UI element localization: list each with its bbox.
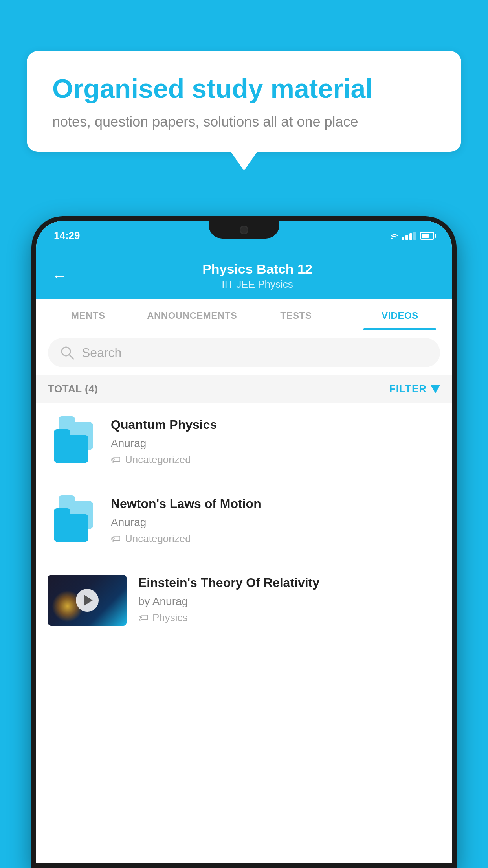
play-icon [84, 595, 93, 606]
tab-announcements[interactable]: ANNOUNCEMENTS [140, 299, 244, 330]
status-bar: 14:29 [36, 221, 452, 250]
folder-shape-front [54, 514, 88, 542]
tag-icon: 🏷 [111, 454, 121, 466]
battery-fill [422, 234, 429, 238]
status-icons [386, 232, 434, 240]
tag-label: Physics [152, 612, 188, 624]
folder-icon [54, 422, 93, 463]
svg-point-0 [391, 238, 393, 239]
notch-cutout [209, 221, 279, 239]
search-placeholder: Search [82, 346, 121, 360]
video-thumb-quantum [48, 417, 99, 468]
total-count: TOTAL (4) [48, 383, 98, 395]
search-bar[interactable]: Search [48, 338, 440, 367]
filter-bar: TOTAL (4) FILTER [36, 375, 452, 403]
tag-label: Uncategorized [125, 533, 191, 545]
video-author: Anurag [111, 516, 440, 529]
tag-icon: 🏷 [111, 533, 121, 545]
video-list: Quantum Physics Anurag 🏷 Uncategorized [36, 403, 452, 640]
header-title: Physics Batch 12 [79, 261, 436, 277]
video-thumb-newton [48, 496, 99, 547]
bubble-subtitle: notes, question papers, solutions all at… [52, 114, 436, 130]
filter-button[interactable]: FILTER [389, 383, 440, 395]
battery-icon [420, 232, 434, 240]
app-header: ← Physics Batch 12 IIT JEE Physics [36, 250, 452, 299]
video-info-newton: Newton's Laws of Motion Anurag 🏷 Uncateg… [111, 496, 440, 545]
status-time: 14:29 [54, 230, 80, 242]
filter-icon [431, 385, 440, 393]
wifi-icon [386, 232, 398, 240]
folder-shape-front [54, 435, 88, 463]
folder-front [54, 435, 88, 463]
video-info-einstein: Einstein's Theory Of Relativity by Anura… [138, 575, 440, 624]
tag-icon: 🏷 [138, 612, 149, 624]
filter-label: FILTER [389, 383, 427, 395]
list-item[interactable]: Newton's Laws of Motion Anurag 🏷 Uncateg… [36, 482, 452, 561]
video-tag: 🏷 Uncategorized [111, 454, 440, 466]
video-info-quantum: Quantum Physics Anurag 🏷 Uncategorized [111, 417, 440, 466]
tabs-bar: MENTS ANNOUNCEMENTS TESTS VIDEOS [36, 299, 452, 330]
signal-icon [402, 232, 416, 240]
tag-label: Uncategorized [125, 454, 191, 466]
video-tag: 🏷 Physics [138, 612, 440, 624]
phone-frame: 14:29 [31, 216, 457, 868]
tab-tests[interactable]: TESTS [244, 299, 348, 330]
header-title-area: Physics Batch 12 IIT JEE Physics [79, 261, 436, 291]
video-title: Newton's Laws of Motion [111, 496, 440, 512]
video-title: Einstein's Theory Of Relativity [138, 575, 440, 591]
speech-bubble-container: Organised study material notes, question… [27, 51, 461, 152]
tab-videos[interactable]: VIDEOS [348, 299, 452, 330]
list-item[interactable]: Einstein's Theory Of Relativity by Anura… [36, 561, 452, 640]
video-author: by Anurag [138, 595, 440, 608]
tab-ments[interactable]: MENTS [36, 299, 140, 330]
video-tag: 🏷 Uncategorized [111, 533, 440, 545]
video-thumbnail-einstein [48, 575, 127, 626]
header-subtitle: IIT JEE Physics [79, 278, 436, 291]
bubble-title: Organised study material [52, 73, 436, 105]
list-item[interactable]: Quantum Physics Anurag 🏷 Uncategorized [36, 403, 452, 482]
phone-inner: 14:29 [36, 221, 452, 863]
play-button[interactable] [76, 589, 99, 612]
search-container: Search [36, 330, 452, 375]
search-icon [60, 345, 75, 360]
video-title: Quantum Physics [111, 417, 440, 433]
folder-icon [54, 501, 93, 542]
back-button[interactable]: ← [52, 268, 67, 285]
speech-bubble: Organised study material notes, question… [27, 51, 461, 152]
video-author: Anurag [111, 437, 440, 450]
folder-front [54, 514, 88, 542]
svg-line-2 [69, 355, 73, 359]
camera-dot [240, 226, 248, 234]
